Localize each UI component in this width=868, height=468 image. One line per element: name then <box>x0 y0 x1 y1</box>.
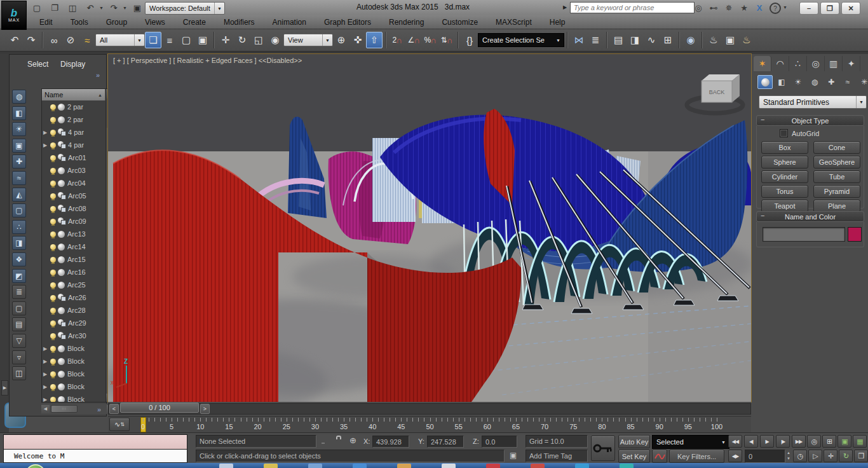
taskbar-app-icon[interactable] <box>442 464 456 468</box>
render-setup-button[interactable]: ♨ <box>705 32 722 48</box>
category-systems[interactable]: ✳ <box>857 75 868 89</box>
explorer-menu-display[interactable]: Display <box>60 60 85 69</box>
orbit-button[interactable]: ↻ <box>839 450 853 462</box>
create-box-button[interactable]: Box <box>761 141 808 154</box>
visibility-bulb-icon[interactable] <box>50 244 56 250</box>
list-item[interactable]: ▶Block <box>42 393 105 403</box>
taskbar-app-icon[interactable] <box>264 464 278 468</box>
display-xrefs-icon[interactable]: ❖ <box>12 252 26 266</box>
track-bar[interactable]: ∿⇅ 0510152025303540455055606570758085909… <box>108 416 751 432</box>
list-item[interactable]: Arc08 <box>42 202 105 215</box>
time-slider-next-button[interactable]: > <box>200 404 210 414</box>
visibility-bulb-icon[interactable] <box>50 193 56 199</box>
visibility-bulb-icon[interactable] <box>50 117 56 123</box>
filter-icon[interactable]: ▽ <box>12 334 26 348</box>
window-crossing-toggle[interactable]: ▣ <box>194 32 211 48</box>
current-frame-field[interactable]: 0 <box>745 450 785 463</box>
blank-page-icon[interactable]: ▢ <box>12 301 26 315</box>
menu-group[interactable]: Group <box>97 15 136 29</box>
selection-filter-dropdown[interactable]: All▼ <box>95 34 145 46</box>
list-item[interactable]: Arc14 <box>42 240 105 253</box>
visibility-bulb-icon[interactable] <box>50 219 56 224</box>
taskbar-app-icon[interactable] <box>531 464 545 468</box>
expand-panel-button[interactable]: ▶ <box>1 380 8 396</box>
category-lights[interactable]: ☀ <box>790 75 806 89</box>
visibility-bulb-icon[interactable] <box>50 130 56 135</box>
taskbar-app-icon[interactable] <box>397 464 411 468</box>
display-groups-icon[interactable]: ◭ <box>12 188 26 202</box>
communication-center-icon[interactable]: ✵ <box>722 2 736 13</box>
set-key-button[interactable]: Set Key <box>618 450 650 463</box>
align-button[interactable]: ≣ <box>587 32 604 48</box>
menu-tools[interactable]: Tools <box>62 15 97 29</box>
taskbar-app-icon[interactable] <box>219 464 233 468</box>
display-containers-icon[interactable]: ◨ <box>12 236 26 250</box>
select-and-link-button[interactable]: ∞ <box>46 32 62 48</box>
new-file-button[interactable]: ▢ <box>29 1 44 14</box>
list-item[interactable]: Arc13 <box>42 228 105 240</box>
mini-curve-editor-button[interactable]: ∿⇅ <box>109 418 130 431</box>
start-orb-icon[interactable] <box>25 464 46 468</box>
menu-animation[interactable]: Animation <box>264 15 315 29</box>
viewport-canvas[interactable]: Z x BACK <box>108 54 751 402</box>
flyout-arrow-icon[interactable]: ▼ <box>99 6 104 10</box>
select-and-manipulate-button[interactable]: ✜ <box>349 32 366 48</box>
column-chooser-icon[interactable]: ▤ <box>12 317 26 331</box>
visibility-bulb-icon[interactable] <box>50 346 56 352</box>
tab-utilities[interactable]: ✦ <box>843 56 860 71</box>
maximize-viewport-toggle[interactable]: ❒ <box>854 450 868 462</box>
bind-to-space-warp-button[interactable]: ≈ <box>79 32 95 48</box>
restore-button[interactable]: ❐ <box>820 2 839 15</box>
set-keys-button[interactable] <box>591 436 615 461</box>
menu-customize[interactable]: Customize <box>433 15 487 29</box>
list-item[interactable]: 2 par <box>42 100 105 113</box>
create-cone-button[interactable]: Cone <box>813 141 860 154</box>
default-tangent-button[interactable] <box>652 450 667 463</box>
expand-arrow-icon[interactable]: ▶ <box>42 130 48 135</box>
display-cameras-icon[interactable]: ▣ <box>12 139 26 153</box>
explorer-overflow-chevron[interactable]: » <box>96 71 99 79</box>
category-shapes[interactable]: ◧ <box>774 75 789 89</box>
auto-key-button[interactable]: Auto Key <box>618 435 650 448</box>
expand-arrow-icon[interactable]: ▶ <box>42 371 48 377</box>
visibility-bulb-icon[interactable] <box>50 333 56 339</box>
list-view-icon[interactable]: ≣ <box>12 285 26 299</box>
category-cameras[interactable]: ◍ <box>807 75 822 89</box>
collapse-icon[interactable]: − <box>761 116 764 123</box>
use-pivot-point-center-button[interactable]: ⊕ <box>333 32 349 48</box>
key-filters-button[interactable]: Key Filters... <box>669 450 724 463</box>
visibility-bulb-icon[interactable] <box>50 257 56 263</box>
time-configuration-button[interactable]: ◷ <box>793 450 807 462</box>
scene-explorer-toggle-button[interactable]: ◨ <box>627 32 643 48</box>
pan-button[interactable]: ✛ <box>824 450 837 462</box>
visibility-bulb-icon[interactable] <box>50 282 56 288</box>
go-to-start-button[interactable]: ◀◀ <box>728 435 742 448</box>
name-color-rollout-header[interactable]: − Name and Color <box>756 211 864 222</box>
search-button[interactable]: ◎ <box>691 2 705 13</box>
favorites-star-icon[interactable]: ★ <box>737 2 751 13</box>
menu-create[interactable]: Create <box>174 15 215 29</box>
open-file-button[interactable]: ❐ <box>47 1 62 14</box>
scroll-left-icon[interactable]: ◀ <box>41 405 50 413</box>
tab-create[interactable]: ✶ <box>754 56 771 71</box>
sign-in-key-icon[interactable]: ⊷ <box>707 2 721 13</box>
frame-spinner[interactable]: ▲▼ <box>787 450 790 462</box>
list-item[interactable]: Arc28 <box>42 304 105 317</box>
maxscript-mini-listener[interactable]: Welcome to M <box>3 450 187 463</box>
expand-arrow-icon[interactable]: ▶ <box>42 359 48 364</box>
next-frame-button[interactable]: |▶ <box>776 435 790 448</box>
list-item[interactable]: Arc16 <box>42 266 105 279</box>
zoom-extents-button[interactable]: ▣ <box>837 435 851 448</box>
angle-snap-toggle[interactable]: ∠∩ <box>405 32 422 48</box>
menu-modifiers[interactable]: Modifiers <box>215 15 264 29</box>
visibility-bulb-icon[interactable] <box>50 181 56 186</box>
category-space-warps[interactable]: ≈ <box>840 75 855 89</box>
create-sphere-button[interactable]: Sphere <box>761 156 808 169</box>
chevron-down-icon[interactable]: ▼ <box>134 34 144 46</box>
menu-rendering[interactable]: Rendering <box>380 15 433 29</box>
help-flyout-icon[interactable]: ▼ <box>783 5 787 10</box>
tab-motion[interactable]: ◎ <box>807 56 825 71</box>
collapse-icon[interactable]: − <box>761 212 764 219</box>
viewport-label[interactable]: [ + ] [ Perspective ] [ Realistic + Edge… <box>113 57 302 64</box>
list-item[interactable]: Arc30 <box>42 329 105 342</box>
